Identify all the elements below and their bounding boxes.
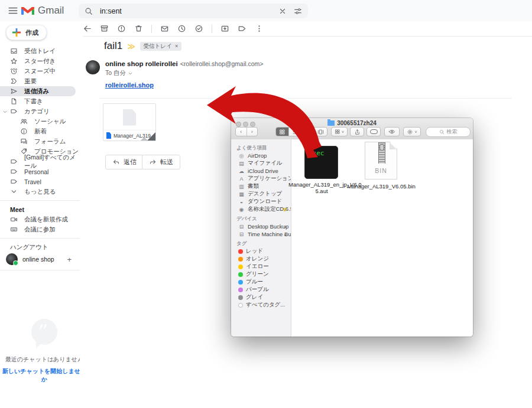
sidebar-item-all-mail[interactable]: [Gmail]すべてのメール	[0, 156, 80, 167]
file-icon-bin[interactable]: BIN	[365, 142, 397, 179]
sidebar-tag-purple[interactable]: パープル	[231, 286, 291, 293]
sidebar-item-time-machine[interactable]: ⊟Time Machine Bu...▲	[231, 230, 291, 238]
more-options-icon[interactable]	[255, 24, 264, 33]
sidebar-item-personal[interactable]: Personal	[0, 167, 80, 177]
report-spam-icon[interactable]	[117, 24, 126, 33]
sidebar-tag-yellow[interactable]: イエロー	[231, 263, 291, 270]
share-button[interactable]	[350, 127, 364, 136]
sender-avatar[interactable]	[86, 60, 100, 74]
desktop-icon: ▦	[238, 191, 245, 197]
snooze-icon[interactable]	[177, 24, 186, 33]
compose-label: 作成	[25, 28, 38, 37]
sidebar-tag-blue[interactable]: ブルー	[231, 278, 291, 286]
sidebar-item-starred[interactable]: スター付き	[0, 56, 80, 66]
column-view-button[interactable]	[301, 128, 314, 136]
email-body-link[interactable]: rolleirollei.shop	[105, 81, 154, 89]
attachment-card[interactable]: Manager_AL319_e...	[103, 103, 156, 141]
forward-chevron-icon[interactable]: ›	[246, 128, 258, 136]
remove-label-icon[interactable]: ×	[175, 43, 178, 49]
search-input[interactable]	[99, 6, 271, 16]
important-marker-icon: ≫	[127, 42, 135, 51]
sidebar-tag-green[interactable]: グリーン	[231, 270, 291, 278]
sidebar-tag-gray[interactable]: グレイ	[231, 293, 291, 301]
sidebar-item-desktop[interactable]: ▦デスクトップ	[231, 190, 291, 198]
tag-dot-icon	[238, 272, 243, 277]
sidebar-item-documents[interactable]: ▥書類	[231, 182, 291, 190]
finder-titlebar[interactable]: 30065517zh24 ‹ › ˅ ˅ 検索	[231, 118, 473, 140]
sidebar-item-snoozed[interactable]: スヌーズ中	[0, 66, 80, 76]
arrange-button[interactable]: ˅	[331, 127, 348, 136]
sidebar-divider	[0, 238, 80, 239]
mark-unread-icon[interactable]	[160, 24, 169, 33]
finder-content[interactable]: exec Manager_AL319_en_jp_V6.05.aut BIN M…	[291, 139, 473, 337]
file-name-bin[interactable]: Manager_AL319_V6.05.bin	[346, 183, 417, 190]
sidebar-item-travel[interactable]: Travel	[0, 177, 80, 187]
add-to-tasks-icon[interactable]	[194, 24, 203, 33]
archive-icon[interactable]	[100, 24, 109, 33]
sidebar-item-new-meeting[interactable]: 会議を新規作成	[0, 214, 80, 224]
radioactive-badge-icon: ☢	[283, 207, 287, 213]
label-icon	[10, 168, 18, 175]
folder-icon	[327, 120, 335, 126]
new-chat-plus-icon[interactable]: +	[67, 255, 72, 264]
compose-button[interactable]: 作成	[6, 25, 47, 40]
sidebar-label: Travel	[24, 178, 41, 185]
action-button[interactable]: ˅	[403, 127, 421, 136]
hamburger-menu-icon[interactable]	[8, 5, 18, 16]
finder-window[interactable]: 30065517zh24 ‹ › ˅ ˅ 検索 よく使う項目	[231, 118, 473, 337]
back-chevron-icon[interactable]: ‹	[236, 128, 246, 136]
sidebar-item-drafts[interactable]: 下書き	[0, 96, 80, 106]
sidebar-item-sent[interactable]: 送信済み	[0, 86, 76, 96]
inbox-label-chip[interactable]: 受信トレイ ×	[140, 42, 181, 51]
icon-view-button[interactable]	[276, 128, 288, 136]
sidebar-tag-red[interactable]: レッド	[231, 247, 291, 255]
hangouts-contact-row[interactable]: online shop +	[0, 252, 80, 266]
reply-button[interactable]: 返信	[105, 155, 144, 169]
view-switcher[interactable]	[275, 127, 327, 136]
labels-icon[interactable]	[238, 24, 246, 33]
tag-oval-icon	[370, 129, 378, 134]
eject-icon[interactable]: ▲	[283, 224, 287, 229]
sidebar-item-desktop-backup[interactable]: ⊟Desktop Buckup▲	[231, 223, 291, 230]
sidebar-item-forums[interactable]: フォーラム	[0, 136, 80, 146]
sidebar-item-updates[interactable]: 新着	[0, 126, 80, 136]
chevron-down-icon[interactable]	[128, 71, 133, 76]
sidebar-item-icloud[interactable]: ☁iCloud Drive	[231, 167, 291, 175]
list-view-button[interactable]	[288, 128, 301, 136]
nav-back-forward[interactable]: ‹ ›	[235, 127, 258, 136]
search-icon[interactable]	[85, 7, 93, 15]
sidebar-item-categories[interactable]: カテゴリ	[0, 106, 80, 116]
back-icon[interactable]	[83, 24, 92, 33]
sidebar-item-important[interactable]: 重要	[0, 76, 80, 86]
search-bar[interactable]	[79, 4, 308, 18]
sidebar-item-airdrop[interactable]: ◎AirDrop	[231, 152, 291, 159]
sidebar-item-join-meeting[interactable]: 会議に参加	[0, 224, 80, 234]
expander-chevron-icon[interactable]	[2, 109, 8, 115]
star-icon	[10, 57, 18, 65]
forward-button[interactable]: 転送	[142, 155, 180, 169]
delete-icon[interactable]	[134, 24, 143, 33]
sidebar-item-applications[interactable]: Aアプリケーション	[231, 175, 291, 182]
tags-button[interactable]	[366, 127, 381, 136]
clear-search-icon[interactable]	[278, 7, 287, 15]
finder-search-field[interactable]: 検索	[426, 127, 471, 137]
sidebar-all-tags[interactable]: すべてのタグ...	[231, 301, 291, 309]
sidebar-item-my-files[interactable]: ▤マイファイル	[231, 159, 291, 167]
sidebar-item-social[interactable]: ソーシャル	[0, 116, 80, 126]
move-to-icon[interactable]	[220, 24, 229, 33]
file-name-aut[interactable]: Manager_AL319_en_jp_V6.05.aut	[288, 181, 355, 194]
recipient-line[interactable]: To 自分	[105, 69, 133, 77]
sidebar-item-more[interactable]: もっと見る	[0, 187, 80, 197]
file-icon-aut[interactable]: exec	[304, 146, 338, 179]
sidebar-item-untitled-cd[interactable]: ◉名称未設定CD 6.5...☢	[231, 205, 291, 213]
sidebar-item-inbox[interactable]: 受信トレイ	[0, 46, 80, 56]
search-options-icon[interactable]	[294, 7, 302, 15]
sidebar-item-downloads[interactable]: ◒ダウンロード	[231, 198, 291, 205]
window-title: 30065517zh24	[231, 120, 473, 126]
start-new-chat-link[interactable]: 新しいチャットを開始しませんか	[0, 367, 89, 384]
quick-look-button[interactable]	[384, 127, 400, 136]
eject-icon[interactable]: ▲	[283, 232, 287, 236]
coverflow-view-button[interactable]	[314, 128, 327, 136]
sidebar-tag-orange[interactable]: オレンジ	[231, 255, 291, 263]
gmail-m-icon	[21, 6, 34, 16]
